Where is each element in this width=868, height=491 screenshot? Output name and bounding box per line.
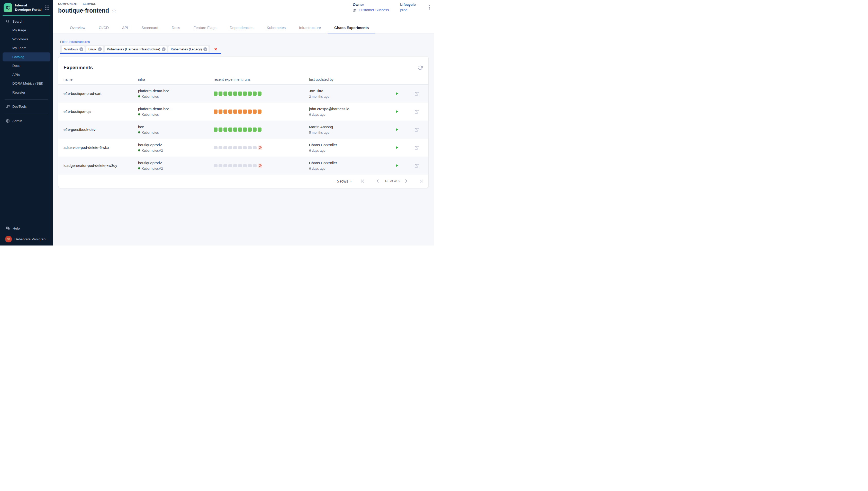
run-status-block[interactable]	[224, 164, 227, 167]
run-status-block[interactable]	[228, 146, 232, 149]
chip-remove-icon[interactable]: ×	[80, 47, 83, 51]
chip-remove-icon[interactable]: ×	[203, 47, 207, 51]
run-status-block[interactable]	[253, 91, 257, 96]
next-page-button[interactable]	[403, 178, 409, 184]
sidebar-item-catalog[interactable]: Catalog	[3, 53, 50, 61]
run-status-block[interactable]	[219, 91, 223, 96]
tab-chaos-experiments[interactable]: Chaos Experiments	[327, 22, 375, 33]
tab-scorecard[interactable]: Scorecard	[135, 22, 165, 33]
tab-api[interactable]: API	[115, 22, 135, 33]
run-status-block[interactable]	[253, 127, 257, 132]
user-menu[interactable]: DP Debabrata Panigrahi	[5, 236, 46, 242]
rows-per-page-select[interactable]: 5 rows▾	[337, 179, 351, 183]
run-status-block[interactable]	[228, 164, 232, 167]
sidebar-item-dora-metrics-sei[interactable]: DORA Metrics (SEI)	[0, 79, 53, 88]
infrastructure-filter-input[interactable]: Windows×Linux×Kubernetes (Harness Infras…	[60, 45, 221, 54]
last-page-button[interactable]	[418, 178, 424, 184]
chip-remove-icon[interactable]: ×	[162, 47, 166, 51]
favorite-star-icon[interactable]: ☆	[112, 8, 116, 13]
run-experiment-button[interactable]	[395, 91, 400, 96]
open-external-icon[interactable]	[414, 109, 419, 114]
run-status-block[interactable]	[238, 127, 242, 132]
run-status-block[interactable]	[253, 164, 257, 167]
column-header-name: name	[63, 77, 138, 82]
run-status-block[interactable]	[248, 110, 252, 114]
owner-link[interactable]: Customer Success	[359, 8, 389, 12]
tab-dependencies[interactable]: Dependencies	[223, 22, 260, 33]
run-status-block[interactable]	[224, 127, 227, 132]
run-status-block[interactable]	[224, 110, 227, 114]
run-status-block[interactable]	[233, 91, 237, 96]
help-button[interactable]: ? Help	[6, 226, 20, 231]
run-status-block[interactable]	[219, 127, 223, 132]
tab-overview[interactable]: Overview	[63, 22, 92, 33]
run-experiment-button[interactable]	[395, 145, 400, 150]
run-status-block[interactable]	[228, 110, 232, 114]
more-options-kebab-icon[interactable]	[427, 4, 432, 11]
run-status-block[interactable]	[214, 127, 218, 132]
sidebar-item-docs[interactable]: Docs	[0, 61, 53, 70]
apps-grid-icon[interactable]	[45, 5, 49, 10]
run-status-block[interactable]	[233, 110, 237, 114]
open-external-icon[interactable]	[414, 163, 419, 168]
tab-kubernetes[interactable]: Kubernetes	[260, 22, 292, 33]
run-status-block[interactable]	[243, 127, 247, 132]
run-status-block[interactable]	[238, 164, 242, 167]
run-status-block[interactable]	[224, 91, 227, 96]
tab-infrastructure[interactable]: Infrastructure	[292, 22, 327, 33]
portal-logo[interactable]: Internal Developer Portal	[0, 0, 53, 16]
run-status-block[interactable]	[243, 164, 247, 167]
sidebar-item-my-page[interactable]: My Page	[0, 26, 53, 35]
sidebar-item-admin[interactable]: Admin	[0, 116, 53, 125]
run-status-block[interactable]	[238, 91, 242, 96]
run-status-block[interactable]	[228, 91, 232, 96]
run-status-block[interactable]	[224, 146, 227, 149]
run-status-block[interactable]	[243, 146, 247, 149]
tab-docs[interactable]: Docs	[165, 22, 187, 33]
run-status-block[interactable]	[248, 127, 252, 132]
run-status-block[interactable]	[243, 110, 247, 114]
run-status-block[interactable]	[258, 110, 261, 114]
run-status-block[interactable]	[219, 164, 223, 167]
sidebar-item-my-team[interactable]: My Team	[0, 44, 53, 53]
open-external-icon[interactable]	[414, 91, 419, 96]
run-status-block[interactable]	[248, 146, 252, 149]
open-external-icon[interactable]	[414, 145, 419, 150]
experiment-name: e2e-guestbook-dev	[63, 127, 138, 132]
run-status-block[interactable]	[219, 110, 223, 114]
run-status-block[interactable]	[214, 91, 218, 96]
run-experiment-button[interactable]	[395, 109, 400, 114]
sidebar-item-register[interactable]: Register	[0, 88, 53, 97]
refresh-icon[interactable]	[418, 65, 423, 70]
previous-page-button[interactable]	[375, 178, 381, 184]
run-status-block[interactable]	[219, 146, 223, 149]
run-status-block[interactable]	[228, 127, 232, 132]
tab-ci-cd[interactable]: CI/CD	[92, 22, 115, 33]
tab-feature-flags[interactable]: Feature Flags	[187, 22, 223, 33]
run-status-block[interactable]	[214, 164, 218, 167]
run-experiment-button[interactable]	[395, 127, 400, 132]
run-status-block[interactable]	[248, 164, 252, 167]
open-external-icon[interactable]	[414, 127, 419, 133]
run-status-block[interactable]	[233, 164, 237, 167]
run-status-block[interactable]	[233, 146, 237, 149]
run-status-block[interactable]	[248, 91, 252, 96]
sidebar-item-search[interactable]: Search	[0, 17, 53, 26]
run-status-block[interactable]	[238, 110, 242, 114]
run-status-block[interactable]	[214, 110, 218, 114]
chip-remove-icon[interactable]: ×	[98, 47, 102, 51]
run-status-block[interactable]	[258, 127, 261, 132]
run-status-block[interactable]	[233, 127, 237, 132]
run-status-block[interactable]	[253, 110, 257, 114]
sidebar-item-apis[interactable]: APIs	[0, 70, 53, 79]
first-page-button[interactable]	[360, 178, 366, 184]
sidebar-item-workflows[interactable]: Workflows	[0, 35, 53, 44]
run-status-block[interactable]	[238, 146, 242, 149]
clear-all-filters-button[interactable]: ✕	[214, 47, 217, 51]
run-status-block[interactable]	[243, 91, 247, 96]
run-status-block[interactable]	[258, 91, 261, 96]
run-status-block[interactable]	[253, 146, 257, 149]
run-experiment-button[interactable]	[395, 163, 400, 168]
sidebar-item-devtools[interactable]: DevTools	[0, 102, 53, 111]
run-status-block[interactable]	[214, 146, 218, 149]
